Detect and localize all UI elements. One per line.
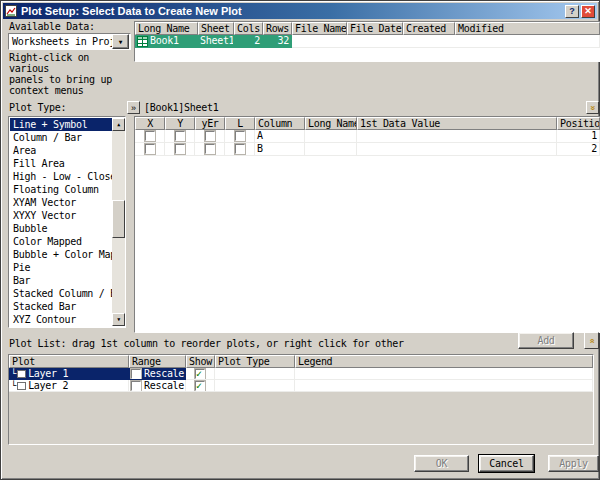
sheet-columns-table[interactable]: X Y yEr L Column Long Name 1st Data Valu… <box>134 116 600 333</box>
close-button[interactable]: ✕ <box>581 5 595 18</box>
title-bar[interactable]: Plot Setup: Select Data to Create New Pl… <box>3 3 597 19</box>
help-button[interactable]: ? <box>565 5 579 18</box>
yer-designation-checkbox[interactable] <box>205 144 215 154</box>
list-item-stacked-column-bar[interactable]: Stacked Column / Ba <box>10 287 112 300</box>
chevron-down-icon[interactable] <box>112 34 129 49</box>
plot-list-table[interactable]: Plot Range Show Plot Type Legend Layer 1… <box>8 354 594 445</box>
col-plot-type[interactable]: Plot Type <box>215 355 295 368</box>
col-rows[interactable]: Rows <box>263 22 292 35</box>
first-data-value <box>357 143 557 156</box>
list-item-xyz-contour[interactable]: XYZ Contour <box>10 313 112 326</box>
yer-designation-checkbox[interactable] <box>205 131 215 141</box>
plot-setup-dialog: Plot Setup: Select Data to Create New Pl… <box>0 0 600 480</box>
col-l[interactable]: L <box>225 117 255 130</box>
col-show[interactable]: Show <box>186 355 215 368</box>
table-row[interactable]: B 2 <box>135 143 600 156</box>
col-range[interactable]: Range <box>129 355 186 368</box>
col-plot[interactable]: Plot <box>9 355 129 368</box>
column-position: 2 <box>557 143 600 156</box>
list-item-area[interactable]: Area <box>10 144 112 157</box>
col-modified[interactable]: Modified <box>455 22 600 35</box>
sheet-name: Sheet1 <box>198 35 234 48</box>
ok-button[interactable]: OK <box>414 455 469 472</box>
plot-list-row[interactable]: Layer 1 Rescale <box>9 368 593 380</box>
plot-type-cell <box>215 380 295 392</box>
col-long-name2[interactable]: Long Name <box>305 117 357 130</box>
list-item-fill-area[interactable]: Fill Area <box>10 157 112 170</box>
rescale-checkbox[interactable] <box>131 381 141 391</box>
list-item-xyam-vector[interactable]: XYAM Vector <box>10 196 112 209</box>
plot-type-list[interactable]: Line + Symbol Column / Bar Area Fill Are… <box>8 116 126 328</box>
list-item-xyxy-vector[interactable]: XYXY Vector <box>10 209 112 222</box>
tree-branch-icon <box>11 380 16 392</box>
book-table-header: Long Name Sheet Cols Rows File Name File… <box>135 22 600 35</box>
list-item-bubble[interactable]: Bubble <box>10 222 112 235</box>
layer-icon <box>17 382 26 390</box>
plot-name: Layer 2 <box>28 380 68 392</box>
list-item-bar[interactable]: Bar <box>10 274 112 287</box>
list-item-bubble-color-mapped[interactable]: Bubble + Color Mappe <box>10 248 112 261</box>
show-checkbox[interactable] <box>195 369 205 379</box>
scrollbar-thumb[interactable] <box>112 200 125 238</box>
table-row[interactable]: Book1 Sheet1 2 32 <box>135 35 600 48</box>
range-label: Rescale <box>144 380 184 392</box>
available-data-table[interactable]: Long Name Sheet Cols Rows File Name File… <box>134 21 600 62</box>
dropdown-value: Worksheets in Projec <box>9 36 112 47</box>
list-item-floating-column[interactable]: Floating Column <box>10 183 112 196</box>
column-position: 1 <box>557 130 600 143</box>
rescale-checkbox[interactable] <box>131 369 141 379</box>
apply-button[interactable]: Apply <box>548 455 599 472</box>
l-designation-checkbox[interactable] <box>235 144 245 154</box>
col-y[interactable]: Y <box>165 117 195 130</box>
list-item-line-symbol[interactable]: Line + Symbol <box>10 118 112 131</box>
plot-list-header: Plot Range Show Plot Type Legend <box>9 355 593 368</box>
col-legend[interactable]: Legend <box>295 355 593 368</box>
cols-count: 2 <box>234 35 263 48</box>
col-long-name[interactable]: Long Name <box>135 22 198 35</box>
plot-type-cell <box>215 368 295 380</box>
collapse-panel-button[interactable]: » <box>586 101 599 114</box>
col-x[interactable]: X <box>135 117 165 130</box>
list-item-pie[interactable]: Pie <box>10 261 112 274</box>
add-button[interactable]: Add <box>518 332 574 349</box>
y-designation-checkbox[interactable] <box>175 144 185 154</box>
x-designation-checkbox[interactable] <box>145 144 155 154</box>
col-first-data-value[interactable]: 1st Data Value <box>357 117 557 130</box>
book-name: Book1 <box>150 35 179 47</box>
rows-count: 32 <box>263 35 292 48</box>
table-row[interactable]: A 1 <box>135 130 600 143</box>
cancel-button[interactable]: Cancel <box>479 455 534 472</box>
col-column[interactable]: Column <box>255 117 305 130</box>
list-item-high-low-close[interactable]: High - Low - Close <box>10 170 112 183</box>
plot-type-scrollbar[interactable] <box>112 118 125 326</box>
col-position[interactable]: Position <box>557 117 600 130</box>
y-designation-checkbox[interactable] <box>175 131 185 141</box>
col-cols[interactable]: Cols <box>234 22 263 35</box>
available-data-dropdown[interactable]: Worksheets in Projec <box>8 33 131 50</box>
plot-list-row[interactable]: Layer 2 Rescale <box>9 380 593 392</box>
chevron-double-up-icon: » <box>586 338 596 343</box>
expand-panel-button[interactable]: » <box>127 101 140 114</box>
layer-icon <box>17 370 26 378</box>
legend-cell <box>295 368 593 380</box>
scroll-down-icon[interactable] <box>112 313 125 326</box>
column-name: A <box>255 130 305 143</box>
chevron-right-icon: » <box>131 103 136 113</box>
list-item-stacked-bar[interactable]: Stacked Bar <box>10 300 112 313</box>
list-item-column-bar[interactable]: Column / Bar <box>10 131 112 144</box>
x-designation-checkbox[interactable] <box>145 131 155 141</box>
context-hint: Right-click on various panels to bring u… <box>9 52 133 96</box>
show-checkbox[interactable] <box>195 381 205 391</box>
range-label: Rescale <box>144 368 184 380</box>
chevron-double-down-icon: » <box>587 105 597 110</box>
col-created[interactable]: Created <box>403 22 455 35</box>
plot-type-label: Plot Type: <box>9 102 66 113</box>
rollup-button[interactable]: » <box>584 332 599 349</box>
col-sheet[interactable]: Sheet <box>198 22 234 35</box>
col-file-name[interactable]: File Name <box>292 22 347 35</box>
l-designation-checkbox[interactable] <box>235 131 245 141</box>
col-yer[interactable]: yEr <box>195 117 225 130</box>
list-item-color-mapped[interactable]: Color Mapped <box>10 235 112 248</box>
scroll-up-icon[interactable] <box>112 118 125 131</box>
col-file-date[interactable]: File Date <box>347 22 403 35</box>
